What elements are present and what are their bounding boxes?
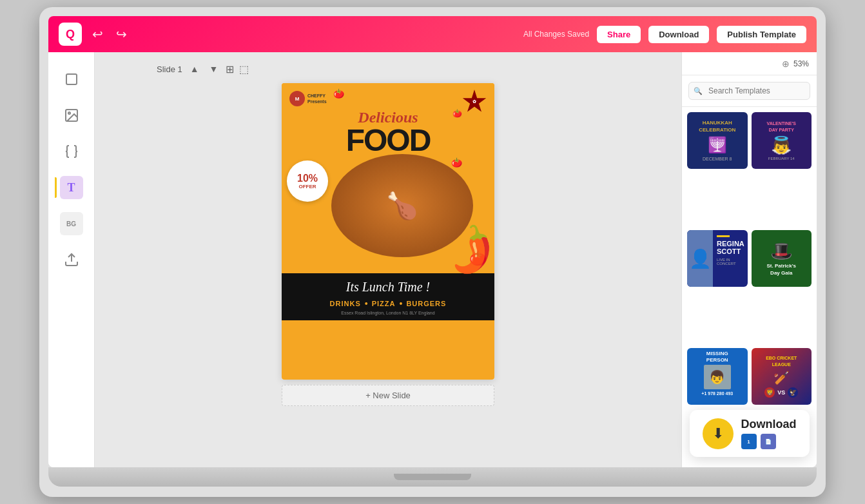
zoom-bar: ⊕ 53% xyxy=(682,52,817,75)
template-card-patrick[interactable]: 🎩 St. Patrick'sDay Gala xyxy=(752,230,812,287)
tomato-decoration-1: 🍅 xyxy=(333,88,344,99)
sidebar-item-images[interactable] xyxy=(55,99,88,132)
redo-button[interactable]: ↪ xyxy=(113,24,130,44)
poster-bullet-2: • xyxy=(399,298,402,309)
regina-info: REGINASCOTT LIVE IN CONCERT xyxy=(713,230,748,271)
valentine-title: VALENTINE'SDAY PARTY xyxy=(767,121,796,132)
new-slide-button[interactable]: + New Slide xyxy=(282,385,494,406)
cricket-title: EBO CRICKETLEAGUE xyxy=(766,355,797,367)
offer-badge: 10% OFFER xyxy=(287,160,328,202)
bg-tool-icon: BG xyxy=(60,212,83,235)
sidebar-item-elements[interactable] xyxy=(55,135,88,168)
poster-food-title: FOOD xyxy=(289,126,487,154)
search-input[interactable] xyxy=(688,82,810,100)
hanukkah-title: HANUKKAHCELEBRATION xyxy=(699,120,735,133)
valentine-date: FEBRUARY 14 xyxy=(768,157,795,160)
slide-title: Slide 1 xyxy=(157,64,182,74)
zoom-level: 53% xyxy=(793,59,809,68)
cricket-teams: 🦁 VS 🦅 xyxy=(764,387,798,398)
template-card-missing[interactable]: MISSINGPERSON 👦 +1 978 280 493 xyxy=(687,348,748,405)
tomato-decoration-2: 🍅 xyxy=(452,109,462,118)
format-png-icon[interactable]: 1 xyxy=(741,434,757,449)
poster-address: Essex Road Islington, London N1 8LY Engl… xyxy=(289,311,487,315)
slide-nav-up[interactable]: ▲ xyxy=(188,63,202,75)
regina-photo: 👤 xyxy=(687,230,713,287)
missing-title: MISSINGPERSON xyxy=(706,351,728,363)
publish-template-button[interactable]: Publish Template xyxy=(717,26,806,43)
zoom-icon: ⊕ xyxy=(782,59,790,69)
slide-nav-down[interactable]: ▼ xyxy=(207,63,221,75)
app-logo: Q xyxy=(59,23,82,46)
svg-rect-0 xyxy=(66,74,77,84)
undo-button[interactable]: ↩ xyxy=(90,24,106,44)
active-indicator xyxy=(55,177,57,198)
regina-subtitle: LIVE IN CONCERT xyxy=(717,258,744,266)
download-popup-icon: ⬇ xyxy=(703,418,734,449)
menorah-icon: 🕎 xyxy=(708,136,727,154)
left-sidebar: T BG xyxy=(48,52,95,467)
poster-item-drinks: DRINKS xyxy=(330,300,361,307)
poster-image-area: 10% OFFER 🍗 🍅 🍅 xyxy=(282,154,494,273)
template-card-hanukkah[interactable]: HANUKKAHCELEBRATION 🕎 DECEMBER 8 xyxy=(687,112,748,169)
angel-icon: 👼 xyxy=(771,135,792,155)
poster-item-burgers: BURGERS xyxy=(406,300,446,307)
text-tool-icon: T xyxy=(60,176,83,199)
template-card-valentine[interactable]: VALENTINE'SDAY PARTY 👼 FEBRUARY 14 xyxy=(752,112,812,169)
hanukkah-date: DECEMBER 8 xyxy=(703,157,732,161)
poster-item-pizza: PIZZA xyxy=(372,300,396,307)
share-button[interactable]: Share xyxy=(597,26,641,43)
slide-header: Slide 1 ▲ ▼ ⊞ ⬚ xyxy=(157,63,249,75)
format-pdf-icon[interactable]: 📄 xyxy=(761,434,776,449)
canvas-area: Slide 1 ▲ ▼ ⊞ ⬚ M xyxy=(95,52,681,467)
missing-person-image: 👦 xyxy=(704,365,731,389)
regina-name: REGINASCOTT xyxy=(717,240,744,255)
poster-logo: M CHEFFYPresents xyxy=(289,91,487,106)
download-header-button[interactable]: Download xyxy=(648,26,709,43)
download-format-icons: 1 📄 xyxy=(741,434,797,449)
sidebar-item-background[interactable]: BG xyxy=(55,207,88,240)
topbar: Q ↩ ↪ All Changes Saved Share Download P… xyxy=(48,16,817,52)
slide-wrapper: M CHEFFYPresents ✿ 🍅 🍅 xyxy=(282,83,494,380)
poster-logo-text: CHEFFYPresents xyxy=(307,93,327,104)
template-card-cricket[interactable]: EBO CRICKETLEAGUE 🏏 🦁 VS 🦅 xyxy=(752,348,812,405)
poster-items-row: DRINKS • PIZZA • BURGERS xyxy=(289,298,487,309)
poster-bullet-1: • xyxy=(365,298,368,309)
tomato-decoration-4: 🍅 xyxy=(451,157,462,168)
template-card-regina[interactable]: 👤 REGINASCOTT LIVE IN CONCERT xyxy=(687,230,748,287)
missing-phone: +1 978 280 493 xyxy=(701,391,733,396)
download-popup[interactable]: ⬇ Download 1 📄 xyxy=(690,410,810,457)
download-popup-label: Download xyxy=(741,418,797,431)
search-wrapper xyxy=(688,82,810,100)
download-popup-info: Download 1 📄 xyxy=(741,418,797,449)
right-panel: ⊕ 53% HANUKKAHCELEBRATION 🕎 DECE xyxy=(681,52,817,467)
top-hat-icon: 🎩 xyxy=(770,240,793,262)
slide-view-btn[interactable]: ⬚ xyxy=(239,63,249,75)
slide-layout-btn[interactable]: ⊞ xyxy=(226,63,234,75)
save-status: All Changes Saved xyxy=(523,30,589,39)
sidebar-item-text[interactable]: T xyxy=(55,171,88,204)
sidebar-item-upload[interactable] xyxy=(55,243,88,276)
search-bar-container xyxy=(682,75,817,107)
svg-point-2 xyxy=(68,112,70,114)
poster-tagline: Its Lunch Time ! xyxy=(289,280,487,295)
main-area: T BG Slide xyxy=(48,52,817,467)
cricket-icon: 🏏 xyxy=(773,370,790,385)
sidebar-item-shapes[interactable] xyxy=(55,63,88,96)
food-poster[interactable]: M CHEFFYPresents ✿ 🍅 🍅 xyxy=(282,83,494,380)
regina-yellow-bar xyxy=(717,235,730,237)
patrick-title: St. Patrick'sDay Gala xyxy=(767,263,796,276)
